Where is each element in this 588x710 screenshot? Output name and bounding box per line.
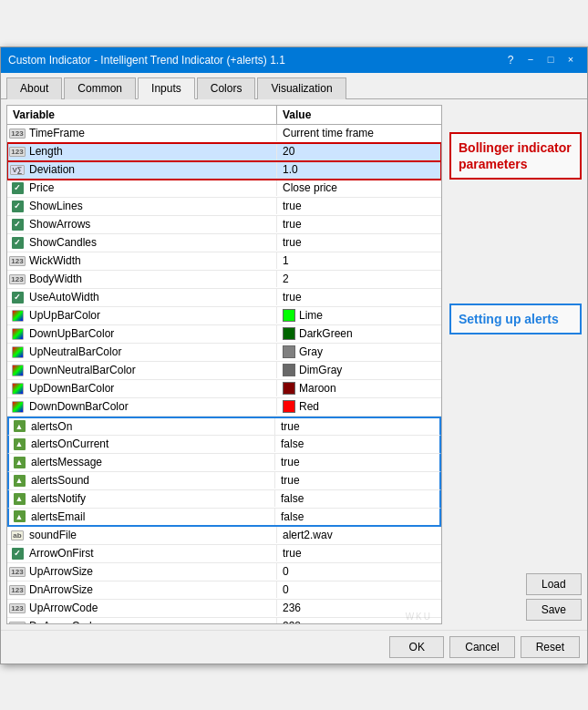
table-row[interactable]: 123DnArrowSize0 bbox=[7, 581, 441, 600]
row-variable: soundFile bbox=[26, 527, 277, 543]
table-row[interactable]: ✓ShowArrowstrue bbox=[7, 216, 441, 234]
save-button[interactable]: Save bbox=[526, 599, 582, 621]
row-type-icon: 123 bbox=[9, 600, 26, 616]
window-title: Custom Indicator - Intelligent Trend Ind… bbox=[8, 54, 285, 67]
tab-about[interactable]: About bbox=[6, 77, 62, 99]
table-row[interactable]: ▲alertsSoundtrue bbox=[7, 472, 441, 490]
row-variable: DownDownBarColor bbox=[26, 398, 277, 415]
table-row[interactable]: 123WickWidth1 bbox=[7, 252, 441, 271]
bollinger-label: Bollinger indicator parameters bbox=[459, 140, 572, 171]
row-type-icon: ✓ bbox=[9, 216, 26, 232]
table-row[interactable]: ✓ShowCandlestrue bbox=[7, 234, 441, 252]
row-variable: WickWidth bbox=[26, 252, 277, 269]
table-row[interactable]: DownDownBarColorRed bbox=[7, 398, 441, 417]
row-value: 1.0 bbox=[277, 161, 441, 178]
row-variable: UpArrowSize bbox=[26, 563, 277, 580]
bottom-bar: OK Cancel Reset bbox=[1, 630, 587, 664]
row-variable: DownUpBarColor bbox=[26, 325, 277, 342]
table-row[interactable]: ▲alertsOntrue bbox=[7, 417, 441, 436]
row-value: DarkGreen bbox=[277, 325, 441, 342]
row-value: Maroon bbox=[277, 380, 441, 396]
variables-table[interactable]: Variable Value 123TimeFrameCurrent time … bbox=[6, 105, 442, 624]
close-button[interactable]: × bbox=[562, 51, 580, 67]
reset-button[interactable]: Reset bbox=[521, 636, 580, 658]
color-swatch bbox=[283, 382, 295, 395]
table-row[interactable]: UpDownBarColorMaroon bbox=[7, 380, 441, 398]
row-type-icon bbox=[9, 362, 26, 378]
table-row[interactable]: V∑Deviation1.0 bbox=[7, 161, 441, 180]
tab-common[interactable]: Common bbox=[64, 77, 136, 99]
load-button[interactable]: Load bbox=[526, 573, 582, 595]
table-row[interactable]: absoundFilealert2.wav bbox=[7, 527, 441, 545]
maximize-button[interactable]: □ bbox=[542, 51, 560, 67]
tab-visualization[interactable]: Visualization bbox=[257, 77, 346, 99]
row-type-icon bbox=[9, 344, 26, 360]
main-window: Custom Indicator - Intelligent Trend Ind… bbox=[0, 46, 588, 664]
row-value: false bbox=[275, 490, 439, 507]
row-type-icon: ▲ bbox=[11, 509, 27, 525]
row-variable: Length bbox=[26, 143, 277, 159]
tab-colors[interactable]: Colors bbox=[197, 77, 256, 99]
row-value: true bbox=[277, 289, 441, 305]
row-type-icon: 123 bbox=[9, 125, 26, 141]
table-row[interactable]: UpNeutralBarColorGray bbox=[7, 344, 441, 362]
bollinger-annotation: Bollinger indicator parameters bbox=[449, 132, 582, 180]
table-row[interactable]: DownNeutralBarColorDimGray bbox=[7, 362, 441, 380]
ok-button[interactable]: OK bbox=[389, 636, 444, 658]
table-row[interactable]: ▲alertsMessagetrue bbox=[7, 454, 441, 472]
row-type-icon: ✓ bbox=[9, 545, 26, 561]
row-value: true bbox=[275, 418, 439, 435]
table-row[interactable]: ✓ArrowOnFirsttrue bbox=[7, 545, 441, 563]
alerts-label: Setting up alerts bbox=[459, 312, 559, 326]
row-type-icon: 123 bbox=[9, 581, 26, 598]
content-area: Variable Value 123TimeFrameCurrent time … bbox=[1, 99, 587, 630]
table-row[interactable]: ✓PriceClose price bbox=[7, 180, 441, 198]
table-body: 123TimeFrameCurrent time frame123Length2… bbox=[7, 125, 441, 624]
row-type-icon: ▲ bbox=[11, 436, 27, 452]
tab-inputs[interactable]: Inputs bbox=[138, 77, 195, 99]
table-row[interactable]: ▲alertsNotifyfalse bbox=[7, 490, 441, 509]
watermark: WKU bbox=[406, 612, 432, 622]
row-value: true bbox=[277, 234, 441, 251]
row-value: Current time frame bbox=[277, 125, 441, 141]
table-row[interactable]: 123TimeFrameCurrent time frame bbox=[7, 125, 441, 143]
row-variable: alertsOn bbox=[27, 418, 275, 435]
table-row[interactable]: ▲alertsOnCurrentfalse bbox=[7, 436, 441, 454]
row-value: false bbox=[275, 509, 439, 525]
row-type-icon bbox=[9, 398, 26, 415]
row-type-icon bbox=[9, 307, 26, 324]
minimize-button[interactable]: − bbox=[521, 51, 540, 67]
row-type-icon: ✓ bbox=[9, 289, 26, 305]
row-variable: Price bbox=[26, 180, 277, 196]
header-variable: Variable bbox=[7, 106, 277, 124]
table-row[interactable]: 123Length20 bbox=[7, 143, 441, 161]
help-button[interactable]: ? bbox=[501, 51, 520, 69]
table-row[interactable]: DownUpBarColorDarkGreen bbox=[7, 325, 441, 344]
row-value: true bbox=[275, 454, 439, 470]
row-variable: alertsNotify bbox=[27, 490, 275, 507]
row-variable: ShowCandles bbox=[26, 234, 277, 251]
row-value: 1 bbox=[277, 252, 441, 269]
row-value: true bbox=[275, 472, 439, 489]
row-value: 0 bbox=[277, 581, 441, 598]
table-row[interactable]: ✓ShowLinestrue bbox=[7, 198, 441, 216]
table-row[interactable]: 123BodyWidth2 bbox=[7, 271, 441, 289]
row-variable: alertsSound bbox=[27, 472, 275, 489]
header-value: Value bbox=[277, 106, 441, 124]
table-row[interactable]: 123UpArrowCode236 bbox=[7, 600, 441, 618]
table-row[interactable]: ✓UseAutoWidthtrue bbox=[7, 289, 441, 307]
color-swatch bbox=[283, 364, 295, 376]
table-row[interactable]: ▲alertsEmailfalse bbox=[7, 509, 441, 527]
table-row[interactable]: 123UpArrowSize0 bbox=[7, 563, 441, 581]
row-type-icon bbox=[9, 325, 26, 342]
row-type-icon: ▲ bbox=[11, 418, 27, 435]
cancel-button[interactable]: Cancel bbox=[449, 636, 514, 658]
row-type-icon: 123 bbox=[9, 143, 26, 159]
title-bar: Custom Indicator - Intelligent Trend Ind… bbox=[1, 47, 587, 73]
table-row[interactable]: UpUpBarColorLime bbox=[7, 307, 441, 325]
row-variable: DnArrowCode bbox=[26, 618, 277, 624]
table-row[interactable]: 123DnArrowCode238 bbox=[7, 618, 441, 624]
row-variable: UpArrowCode bbox=[26, 600, 277, 616]
color-swatch bbox=[283, 345, 295, 358]
row-variable: ArrowOnFirst bbox=[26, 545, 277, 561]
